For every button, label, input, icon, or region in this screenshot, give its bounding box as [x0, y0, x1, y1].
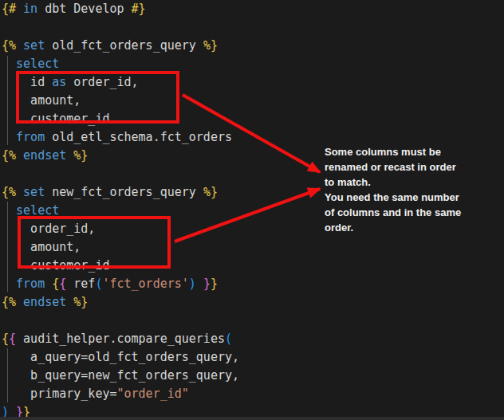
code-area[interactable]: {# in dbt Develop #}{% set old_fct_order… [2, 0, 239, 420]
code-line[interactable]: {% endset %} [2, 147, 239, 165]
code-token [16, 295, 23, 309]
code-token: b_query=new_fct_orders_query, [2, 368, 239, 383]
code-token: { [52, 277, 59, 291]
code-token: {% [2, 295, 16, 309]
code-token: %} [73, 148, 88, 163]
code-line[interactable]: {% endset %} [2, 293, 239, 312]
annotation-line: renamed or recast in order [325, 159, 461, 175]
code-token: } [211, 277, 218, 291]
code-line[interactable] [2, 165, 239, 183]
code-token [16, 185, 23, 199]
code-token: {% [2, 38, 16, 53]
code-token [196, 277, 203, 291]
code-token: from [16, 130, 45, 144]
code-token: { [9, 332, 16, 346]
editor-stage: {# in dbt Develop #}{% set old_fct_order… [0, 0, 504, 420]
code-line[interactable]: primary_key="order_id" [2, 385, 239, 403]
code-line[interactable]: b_query=new_fct_orders_query, [2, 367, 239, 385]
code-token: %} [203, 38, 218, 53]
code-token: set [23, 38, 45, 53]
code-token [16, 38, 23, 53]
code-token: ) [189, 277, 196, 291]
indent-guide [7, 348, 8, 402]
highlight-box [16, 71, 179, 124]
indent-guide [7, 202, 8, 292]
code-line[interactable] [2, 312, 239, 330]
code-token: { [59, 277, 66, 291]
code-line[interactable]: {% set new_fct_orders_query %} [2, 183, 239, 202]
code-token: {% [2, 185, 16, 199]
code-token: new_fct_orders_query [45, 185, 203, 199]
code-line[interactable]: {# in dbt Develop #} [2, 0, 239, 18]
code-token: dbt Develop [37, 2, 131, 16]
code-line[interactable]: a_query=old_fct_orders_query, [2, 348, 239, 367]
code-token [2, 130, 16, 144]
code-token: select [16, 57, 59, 71]
code-token [16, 2, 23, 16]
code-token: } [203, 277, 211, 291]
code-token: {# [2, 2, 16, 16]
code-token: "order_id" [117, 387, 189, 401]
code-token: %} [73, 295, 88, 309]
code-token: #} [132, 2, 146, 16]
code-token: primary_key= [2, 387, 117, 401]
code-token: endset [23, 295, 66, 309]
code-token: %} [203, 185, 218, 199]
bottom-edge-bar [0, 417, 504, 420]
annotation-line: You need the same number [325, 190, 461, 205]
code-line[interactable]: from old_etl_schema.fct_orders [2, 128, 239, 147]
highlight-box [18, 216, 171, 269]
annotation-line: Some columns must be [325, 144, 461, 159]
code-token: set [23, 185, 45, 199]
code-token [66, 148, 73, 163]
code-token: audit_helper.compare_queries [16, 332, 225, 346]
code-line[interactable]: {% set old_fct_orders_query %} [2, 37, 239, 55]
code-token: in [23, 2, 37, 16]
code-token: from [16, 277, 45, 291]
code-token: 'fct_orders' [102, 277, 188, 291]
code-token: endset [23, 148, 66, 163]
code-token: ( [225, 332, 232, 346]
code-token: ref [66, 277, 95, 291]
code-token: old_etl_schema.fct_orders [45, 130, 232, 144]
code-token [45, 277, 52, 291]
code-token: { [2, 332, 9, 346]
code-token [66, 295, 73, 309]
code-line[interactable]: {{ audit_helper.compare_queries( [2, 330, 239, 348]
annotation-line: of columns and in the same [325, 205, 461, 220]
code-token [2, 277, 16, 291]
code-token: a_query=old_fct_orders_query, [2, 350, 239, 364]
code-token [16, 148, 23, 163]
annotation-note: Some columns must berenamed or recast in… [325, 144, 461, 235]
code-token: old_fct_orders_query [45, 38, 203, 53]
annotation-line: to match. [325, 175, 461, 190]
indent-guide [7, 56, 8, 145]
code-token: {% [2, 148, 16, 163]
code-line[interactable] [2, 18, 239, 37]
code-line[interactable]: from {{ ref('fct_orders') }} [2, 275, 239, 293]
code-token [2, 203, 16, 218]
annotation-line: order. [325, 220, 461, 235]
code-token [2, 57, 16, 71]
